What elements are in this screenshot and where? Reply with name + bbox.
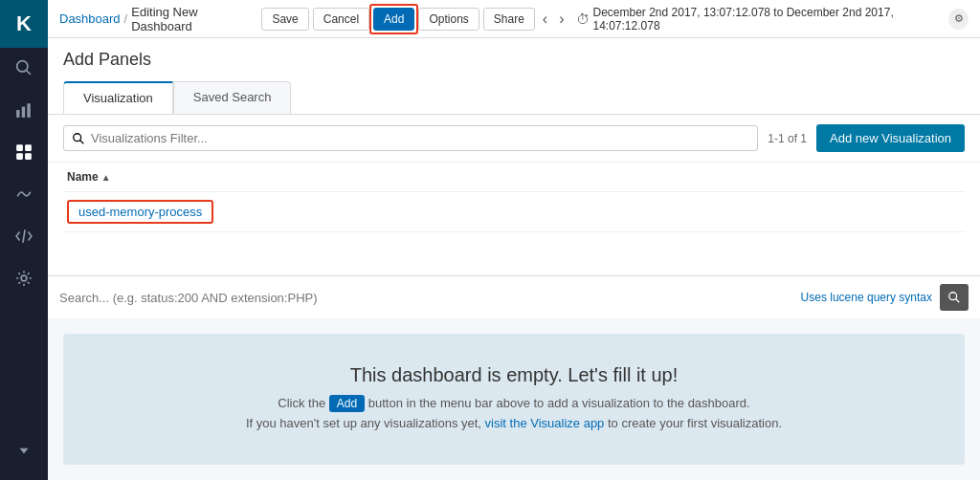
visualization-name-link[interactable]: used-memory-process: [67, 200, 213, 224]
empty-state-add-button[interactable]: Add: [329, 395, 365, 412]
visualizations-search-wrapper: [63, 125, 758, 151]
bottom-search-input[interactable]: [59, 291, 793, 305]
breadcrumb: Dashboard / Editing New Dashboard: [59, 5, 250, 33]
devtools-icon: [15, 228, 33, 248]
name-column-header: Name ▲: [67, 170, 111, 184]
empty-desc-line2-prefix: If you haven't set up any visualizations…: [246, 416, 481, 430]
sidebar: K: [0, 0, 48, 480]
svg-rect-7: [16, 153, 23, 160]
save-button[interactable]: Save: [261, 8, 308, 31]
svg-point-12: [74, 133, 81, 141]
tab-visualization[interactable]: Visualization: [63, 81, 173, 114]
svg-rect-5: [16, 144, 23, 151]
empty-dashboard-title: This dashboard is empty. Let's fill it u…: [350, 364, 679, 386]
kibana-logo[interactable]: K: [0, 0, 48, 48]
time-range-display[interactable]: ⏱ December 2nd 2017, 13:07:12.078 to Dec…: [576, 6, 942, 33]
svg-line-13: [80, 140, 84, 143]
add-panels-title: Add Panels: [63, 50, 965, 70]
top-nav: Dashboard / Editing New Dashboard Save C…: [48, 0, 980, 38]
add-btn-wrapper: Add: [373, 8, 414, 31]
cancel-button[interactable]: Cancel: [313, 8, 369, 31]
search-execute-icon: [947, 291, 961, 304]
visualize-icon: [15, 101, 33, 121]
sidebar-item-expand[interactable]: [0, 430, 48, 472]
svg-marker-11: [20, 447, 29, 453]
add-panels-container: Add Panels Visualization Saved Search: [48, 38, 980, 115]
empty-desc-line1-prefix: Click the: [278, 396, 325, 410]
sidebar-item-discover[interactable]: [0, 48, 48, 90]
dashboard-icon: [15, 143, 33, 164]
share-button[interactable]: Share: [483, 8, 535, 31]
settings-gear-icon[interactable]: ⚙: [948, 9, 969, 30]
empty-dashboard-description: Click the Add button in the menu bar abo…: [246, 394, 782, 434]
tabs-container: Visualization Saved Search: [63, 81, 965, 114]
discover-icon: [15, 59, 33, 79]
svg-point-14: [949, 293, 957, 300]
bottom-search-bar: Uses lucene query syntax: [48, 275, 980, 318]
time-next-button[interactable]: ›: [555, 11, 568, 28]
sidebar-item-timelion[interactable]: [0, 174, 48, 216]
add-button[interactable]: Add: [373, 8, 414, 31]
breadcrumb-separator: /: [124, 11, 128, 26]
svg-point-0: [17, 60, 28, 71]
settings-icon: [15, 270, 33, 290]
table-row[interactable]: used-memory-process: [63, 192, 965, 232]
sidebar-item-settings[interactable]: [0, 258, 48, 300]
sort-arrow-icon[interactable]: ▲: [101, 172, 111, 183]
timelion-icon: [15, 185, 33, 206]
filter-row: 1-1 of 1 Add new Visualization: [48, 115, 980, 163]
clock-icon: ⏱: [576, 11, 590, 27]
svg-line-15: [956, 299, 960, 303]
empty-desc-line1-suffix: button in the menu bar above to add a vi…: [368, 396, 750, 410]
search-icon: [72, 132, 85, 145]
svg-rect-6: [25, 144, 32, 151]
svg-line-1: [27, 70, 31, 74]
visualizations-filter-input[interactable]: [91, 131, 749, 145]
visualizations-table: Name ▲ used-memory-process: [48, 163, 980, 275]
svg-point-10: [21, 275, 27, 281]
table-header: Name ▲: [63, 163, 965, 192]
options-button[interactable]: Options: [418, 8, 479, 31]
breadcrumb-current: Editing New Dashboard: [131, 5, 250, 33]
add-new-visualization-button[interactable]: Add new Visualization: [816, 124, 965, 152]
empty-desc-line2-suffix: to create your first visualization.: [608, 416, 782, 430]
results-count: 1-1 of 1: [768, 132, 807, 145]
breadcrumb-dashboard-link[interactable]: Dashboard: [59, 11, 121, 26]
time-prev-button[interactable]: ‹: [539, 11, 551, 28]
svg-rect-3: [22, 106, 25, 117]
lucene-syntax-link[interactable]: Uses lucene query syntax: [801, 291, 932, 304]
svg-rect-2: [16, 110, 19, 118]
svg-rect-4: [27, 103, 30, 118]
tab-saved-search[interactable]: Saved Search: [173, 81, 292, 114]
svg-rect-8: [25, 153, 32, 160]
empty-dashboard: This dashboard is empty. Let's fill it u…: [63, 334, 965, 465]
expand-icon: [15, 442, 33, 462]
time-range-text: December 2nd 2017, 13:07:12.078 to Decem…: [593, 6, 942, 33]
sidebar-item-dashboard[interactable]: [0, 132, 48, 174]
visualize-app-link[interactable]: visit the Visualize app: [485, 416, 605, 430]
sidebar-item-visualize[interactable]: [0, 90, 48, 132]
sidebar-item-devtools[interactable]: [0, 216, 48, 258]
search-execute-button[interactable]: [940, 284, 969, 311]
main-content: Dashboard / Editing New Dashboard Save C…: [48, 0, 980, 480]
svg-line-9: [23, 229, 25, 243]
